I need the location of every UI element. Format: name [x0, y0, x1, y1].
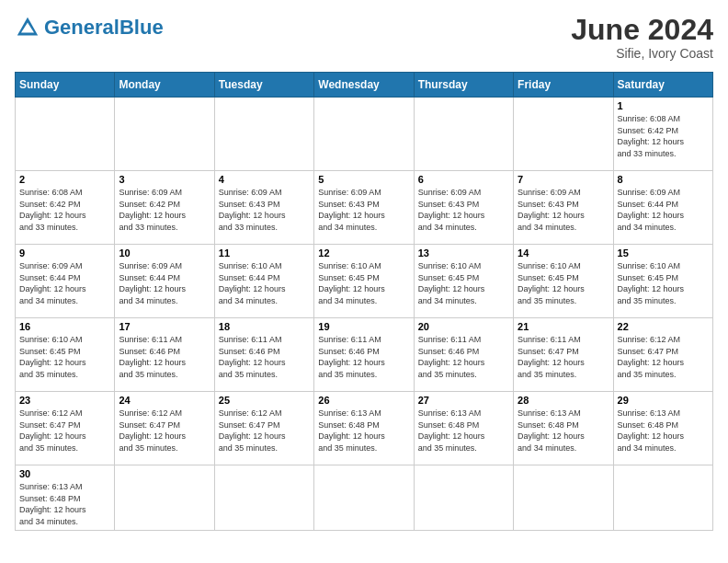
logo: GeneralBlue [15, 15, 164, 40]
day-info: Sunrise: 6:10 AM Sunset: 6:45 PM Dayligh… [418, 260, 509, 306]
day-number: 26 [318, 395, 409, 406]
calendar-cell [314, 465, 414, 531]
day-info: Sunrise: 6:09 AM Sunset: 6:43 PM Dayligh… [518, 187, 609, 233]
calendar-cell: 29Sunrise: 6:13 AM Sunset: 6:48 PM Dayli… [613, 392, 712, 465]
day-info: Sunrise: 6:12 AM Sunset: 6:47 PM Dayligh… [219, 408, 310, 454]
calendar-cell [115, 465, 214, 531]
day-header-thursday: Thursday [414, 73, 513, 98]
day-number: 2 [19, 174, 110, 185]
day-number: 12 [318, 247, 409, 259]
calendar-cell [414, 98, 513, 171]
day-info: Sunrise: 6:10 AM Sunset: 6:45 PM Dayligh… [19, 334, 110, 380]
calendar-cell: 17Sunrise: 6:11 AM Sunset: 6:46 PM Dayli… [115, 318, 214, 392]
day-number: 10 [119, 247, 210, 259]
day-number: 19 [318, 321, 409, 332]
calendar-cell: 27Sunrise: 6:13 AM Sunset: 6:48 PM Dayli… [414, 392, 513, 465]
calendar-cell [414, 465, 513, 531]
day-number: 9 [19, 247, 110, 259]
calendar-cell: 25Sunrise: 6:12 AM Sunset: 6:47 PM Dayli… [214, 392, 313, 465]
day-info: Sunrise: 6:11 AM Sunset: 6:47 PM Dayligh… [518, 334, 609, 380]
calendar-cell: 28Sunrise: 6:13 AM Sunset: 6:48 PM Dayli… [514, 392, 613, 465]
day-info: Sunrise: 6:10 AM Sunset: 6:45 PM Dayligh… [518, 260, 609, 306]
day-header-friday: Friday [514, 73, 613, 98]
calendar-cell: 5Sunrise: 6:09 AM Sunset: 6:43 PM Daylig… [314, 171, 414, 245]
day-number: 3 [119, 174, 210, 185]
day-info: Sunrise: 6:10 AM Sunset: 6:45 PM Dayligh… [318, 260, 409, 306]
calendar-cell: 15Sunrise: 6:10 AM Sunset: 6:45 PM Dayli… [613, 245, 712, 318]
day-number: 25 [219, 395, 310, 406]
calendar-cell: 11Sunrise: 6:10 AM Sunset: 6:44 PM Dayli… [214, 245, 313, 318]
calendar-cell [514, 98, 613, 171]
calendar-week-6: 30Sunrise: 6:13 AM Sunset: 6:48 PM Dayli… [16, 465, 713, 531]
day-info: Sunrise: 6:11 AM Sunset: 6:46 PM Dayligh… [318, 334, 409, 380]
day-number: 29 [618, 395, 709, 406]
day-number: 18 [219, 321, 310, 332]
day-info: Sunrise: 6:13 AM Sunset: 6:48 PM Dayligh… [618, 408, 709, 454]
calendar-week-4: 16Sunrise: 6:10 AM Sunset: 6:45 PM Dayli… [16, 318, 713, 392]
day-info: Sunrise: 6:09 AM Sunset: 6:44 PM Dayligh… [618, 187, 709, 233]
day-info: Sunrise: 6:13 AM Sunset: 6:48 PM Dayligh… [418, 408, 509, 454]
calendar-cell: 6Sunrise: 6:09 AM Sunset: 6:43 PM Daylig… [414, 171, 513, 245]
day-info: Sunrise: 6:12 AM Sunset: 6:47 PM Dayligh… [119, 408, 210, 454]
calendar-cell: 19Sunrise: 6:11 AM Sunset: 6:46 PM Dayli… [314, 318, 414, 392]
day-number: 16 [19, 321, 110, 332]
day-info: Sunrise: 6:12 AM Sunset: 6:47 PM Dayligh… [19, 408, 110, 454]
day-number: 14 [518, 247, 609, 259]
day-info: Sunrise: 6:13 AM Sunset: 6:48 PM Dayligh… [518, 408, 609, 454]
page-header: GeneralBlue June 2024 Sifie, Ivory Coast [15, 15, 713, 61]
logo-text: GeneralBlue [44, 17, 164, 38]
day-number: 11 [219, 247, 310, 259]
logo-icon [15, 15, 40, 40]
day-number: 8 [618, 174, 709, 185]
day-number: 1 [618, 100, 709, 111]
day-number: 28 [518, 395, 609, 406]
calendar-table: SundayMondayTuesdayWednesdayThursdayFrid… [15, 72, 713, 531]
calendar-week-3: 9Sunrise: 6:09 AM Sunset: 6:44 PM Daylig… [16, 245, 713, 318]
calendar-cell: 8Sunrise: 6:09 AM Sunset: 6:44 PM Daylig… [613, 171, 712, 245]
day-info: Sunrise: 6:11 AM Sunset: 6:46 PM Dayligh… [219, 334, 310, 380]
day-info: Sunrise: 6:09 AM Sunset: 6:43 PM Dayligh… [418, 187, 509, 233]
day-number: 15 [618, 247, 709, 259]
day-info: Sunrise: 6:11 AM Sunset: 6:46 PM Dayligh… [119, 334, 210, 380]
day-info: Sunrise: 6:11 AM Sunset: 6:46 PM Dayligh… [418, 334, 509, 380]
title-block: June 2024 Sifie, Ivory Coast [571, 15, 713, 61]
day-info: Sunrise: 6:09 AM Sunset: 6:44 PM Dayligh… [19, 260, 110, 306]
day-info: Sunrise: 6:10 AM Sunset: 6:44 PM Dayligh… [219, 260, 310, 306]
location-subtitle: Sifie, Ivory Coast [571, 46, 713, 61]
day-number: 4 [219, 174, 310, 185]
calendar-cell: 24Sunrise: 6:12 AM Sunset: 6:47 PM Dayli… [115, 392, 214, 465]
day-info: Sunrise: 6:13 AM Sunset: 6:48 PM Dayligh… [19, 481, 110, 527]
calendar-week-2: 2Sunrise: 6:08 AM Sunset: 6:42 PM Daylig… [16, 171, 713, 245]
calendar-cell [16, 98, 115, 171]
calendar-cell [613, 465, 712, 531]
calendar-cell: 30Sunrise: 6:13 AM Sunset: 6:48 PM Dayli… [16, 465, 115, 531]
day-info: Sunrise: 6:09 AM Sunset: 6:43 PM Dayligh… [219, 187, 310, 233]
calendar-cell: 1Sunrise: 6:08 AM Sunset: 6:42 PM Daylig… [613, 98, 712, 171]
day-number: 23 [19, 395, 110, 406]
day-number: 13 [418, 247, 509, 259]
calendar-cell: 22Sunrise: 6:12 AM Sunset: 6:47 PM Dayli… [613, 318, 712, 392]
day-number: 30 [19, 468, 110, 479]
calendar-cell: 12Sunrise: 6:10 AM Sunset: 6:45 PM Dayli… [314, 245, 414, 318]
day-info: Sunrise: 6:10 AM Sunset: 6:45 PM Dayligh… [618, 260, 709, 306]
calendar-week-1: 1Sunrise: 6:08 AM Sunset: 6:42 PM Daylig… [16, 98, 713, 171]
day-info: Sunrise: 6:09 AM Sunset: 6:44 PM Dayligh… [119, 260, 210, 306]
month-title: June 2024 [571, 15, 713, 44]
calendar-cell: 26Sunrise: 6:13 AM Sunset: 6:48 PM Dayli… [314, 392, 414, 465]
day-number: 22 [618, 321, 709, 332]
calendar-cell [214, 98, 313, 171]
day-header-wednesday: Wednesday [314, 73, 414, 98]
day-number: 27 [418, 395, 509, 406]
calendar-cell: 2Sunrise: 6:08 AM Sunset: 6:42 PM Daylig… [16, 171, 115, 245]
calendar-cell: 16Sunrise: 6:10 AM Sunset: 6:45 PM Dayli… [16, 318, 115, 392]
calendar-header-row: SundayMondayTuesdayWednesdayThursdayFrid… [16, 73, 713, 98]
day-header-monday: Monday [115, 73, 214, 98]
calendar-cell: 9Sunrise: 6:09 AM Sunset: 6:44 PM Daylig… [16, 245, 115, 318]
calendar-cell: 10Sunrise: 6:09 AM Sunset: 6:44 PM Dayli… [115, 245, 214, 318]
calendar-cell [314, 98, 414, 171]
day-info: Sunrise: 6:13 AM Sunset: 6:48 PM Dayligh… [318, 408, 409, 454]
day-header-saturday: Saturday [613, 73, 712, 98]
calendar-cell: 14Sunrise: 6:10 AM Sunset: 6:45 PM Dayli… [514, 245, 613, 318]
calendar-week-5: 23Sunrise: 6:12 AM Sunset: 6:47 PM Dayli… [16, 392, 713, 465]
day-info: Sunrise: 6:12 AM Sunset: 6:47 PM Dayligh… [618, 334, 709, 380]
